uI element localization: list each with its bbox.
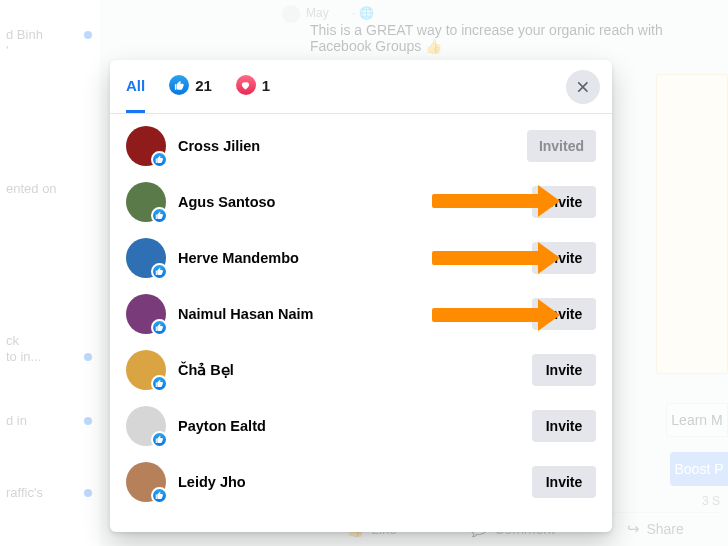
avatar[interactable] [126,406,166,446]
person-name[interactable]: Payton Ealtd [178,418,520,434]
person-name[interactable]: Herve Mandembo [178,250,520,266]
invite-button[interactable]: Invite [532,466,596,498]
avatar[interactable] [126,294,166,334]
invite-button[interactable]: Invite [532,298,596,330]
avatar[interactable] [126,350,166,390]
tab-love[interactable]: 1 [236,60,270,113]
close-button[interactable] [566,70,600,104]
person-row: Čhả BẹlInvite [110,342,612,398]
tab-all[interactable]: All [126,60,145,113]
person-name[interactable]: Cross Jilien [178,138,515,154]
person-row: Agus SantosoInvite [110,174,612,230]
modal-header: All 21 1 [110,60,612,114]
reaction-like-icon [151,151,168,168]
invite-button[interactable]: Invite [532,410,596,442]
person-row: Payton EaltdInvite [110,398,612,454]
reactions-list[interactable]: Cross JilienInvitedAgus SantosoInviteHer… [110,114,612,532]
reaction-like-icon [151,263,168,280]
reaction-tabs: All 21 1 [126,60,270,113]
invited-button: Invited [527,130,596,162]
person-name[interactable]: Leidy Jho [178,474,520,490]
person-name[interactable]: Naimul Hasan Naim [178,306,520,322]
person-row: Leidy JhoInvite [110,454,612,510]
reaction-like-icon [151,375,168,392]
person-row: Naimul Hasan NaimInvite [110,286,612,342]
invite-button[interactable]: Invite [532,354,596,386]
like-icon [169,75,189,95]
reaction-like-icon [151,431,168,448]
person-name[interactable]: Agus Santoso [178,194,520,210]
person-name[interactable]: Čhả Bẹl [178,362,520,378]
avatar[interactable] [126,238,166,278]
reaction-like-icon [151,207,168,224]
person-row: Cross JilienInvited [110,118,612,174]
tab-like[interactable]: 21 [169,60,212,113]
love-icon [236,75,256,95]
reaction-like-icon [151,319,168,336]
reaction-like-icon [151,487,168,504]
invite-button[interactable]: Invite [532,242,596,274]
avatar[interactable] [126,126,166,166]
avatar[interactable] [126,462,166,502]
tab-all-label: All [126,77,145,94]
avatar[interactable] [126,182,166,222]
person-row: Herve MandemboInvite [110,230,612,286]
tab-like-count: 21 [195,77,212,94]
tab-love-count: 1 [262,77,270,94]
invite-button[interactable]: Invite [532,186,596,218]
reactions-modal: All 21 1 Cross JilienInvitedAgus Santoso… [110,60,612,532]
close-icon [575,79,591,95]
